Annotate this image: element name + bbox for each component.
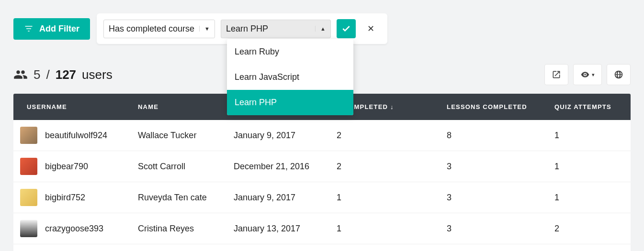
cell-quiz-attempts: 1: [545, 186, 631, 209]
table-row[interactable]: bigbird752 Ruveyda Ten cate January 9, 2…: [13, 182, 631, 213]
table-row[interactable]: beautifulwolf924 Wallace Tucker January …: [13, 120, 631, 151]
cell-username: beautifulwolf924: [45, 131, 107, 141]
cell-courses-completed: 1: [327, 217, 437, 240]
filter-bar: Add Filter Has completed course ▼ Learn …: [13, 13, 631, 44]
filter-criteria-value: Has completed course: [109, 24, 194, 34]
chevron-down-icon: ▼: [204, 26, 210, 32]
avatar: [20, 158, 37, 175]
chevron-up-icon: ▲: [320, 26, 326, 32]
filter-card: Has completed course ▼ Learn PHP ▲ ✕ Lea…: [97, 13, 387, 44]
dropdown-option-selected[interactable]: Learn PHP: [227, 90, 353, 115]
filter-value-dropdown: Learn Ruby Learn JavaScript Learn PHP: [227, 39, 353, 115]
cell-last: January 13, 2017: [224, 248, 327, 251]
dropdown-option[interactable]: Learn JavaScript: [227, 65, 353, 90]
count-noun: users: [82, 67, 113, 82]
cell-username: bigbear790: [45, 162, 88, 172]
cell-courses-completed: 2: [327, 155, 437, 178]
visibility-button[interactable]: ▾: [573, 64, 602, 85]
col-lessons-completed[interactable]: LESSONS COMPLETED: [437, 94, 545, 120]
table-actions: ▾: [544, 64, 631, 85]
globe-icon: [614, 70, 623, 79]
cell-name: Wallace Tucker: [128, 124, 224, 147]
cell-quiz-attempts: 1: [545, 155, 631, 178]
dropdown-option[interactable]: Learn Ruby: [227, 39, 353, 65]
confirm-filter-button[interactable]: [337, 19, 356, 38]
avatar: [20, 189, 37, 206]
table-row[interactable]: bigbear790 Scott Carroll December 21, 20…: [13, 151, 631, 182]
cell-lessons-completed: 3: [437, 217, 545, 240]
cell-username: bigbird752: [45, 193, 85, 203]
filter-criteria-select[interactable]: Has completed course ▼: [103, 20, 215, 38]
cell-courses-completed: 1: [327, 186, 437, 209]
total-count: 127: [56, 67, 76, 82]
cell-quiz-attempts: 2: [545, 248, 631, 251]
cell-name: Cristina Reyes: [128, 217, 224, 240]
col-quiz-attempts[interactable]: QUIZ ATTEMPTS: [545, 94, 631, 120]
table-row[interactable]: lazytiger337 Lucia Gallego January 13, 2…: [13, 244, 631, 251]
cell-last: January 13, 2017: [224, 217, 327, 240]
cell-last: January 9, 2017: [224, 124, 327, 147]
remove-filter-button[interactable]: ✕: [362, 19, 381, 38]
cell-courses-completed: 1: [327, 248, 437, 251]
shown-count: 5: [34, 67, 40, 82]
cell-lessons-completed: 8: [437, 124, 545, 147]
export-button[interactable]: [544, 64, 568, 85]
chevron-down-icon: ▾: [592, 72, 595, 78]
eye-icon: [580, 70, 590, 79]
cell-courses-completed: 2: [327, 124, 437, 147]
close-icon: ✕: [367, 24, 374, 33]
cell-lessons-completed: 3: [437, 155, 545, 178]
users-icon: [13, 67, 28, 82]
user-count: 5 / 127 users: [13, 67, 113, 82]
cell-last: December 21, 2016: [224, 155, 327, 178]
filter-icon: [24, 24, 34, 33]
avatar: [20, 127, 37, 144]
col-name[interactable]: NAME: [128, 94, 224, 120]
avatar: [20, 220, 37, 237]
export-icon: [552, 70, 561, 79]
cell-quiz-attempts: 2: [545, 217, 631, 240]
cell-quiz-attempts: 1: [545, 124, 631, 147]
users-table: USERNAME NAME LA S COMPLETED ↓ LESSONS C…: [13, 94, 631, 251]
add-filter-button[interactable]: Add Filter: [13, 18, 90, 40]
col-username[interactable]: USERNAME: [13, 94, 128, 120]
cell-last: January 9, 2017: [224, 186, 327, 209]
table-row[interactable]: crazygoose393 Cristina Reyes January 13,…: [13, 213, 631, 244]
cell-name: Lucia Gallego: [128, 248, 224, 251]
cell-lessons-completed: 7: [437, 248, 545, 251]
cell-name: Scott Carroll: [128, 155, 224, 178]
filter-value-select[interactable]: Learn PHP ▲: [221, 20, 331, 38]
cell-username: crazygoose393: [45, 224, 103, 234]
check-icon: [341, 24, 351, 33]
add-filter-label: Add Filter: [39, 24, 79, 34]
cell-lessons-completed: 3: [437, 186, 545, 209]
cell-name: Ruveyda Ten cate: [128, 186, 224, 209]
public-button[interactable]: [607, 64, 631, 85]
count-sep: /: [46, 67, 49, 82]
filter-value-value: Learn PHP: [226, 24, 268, 34]
